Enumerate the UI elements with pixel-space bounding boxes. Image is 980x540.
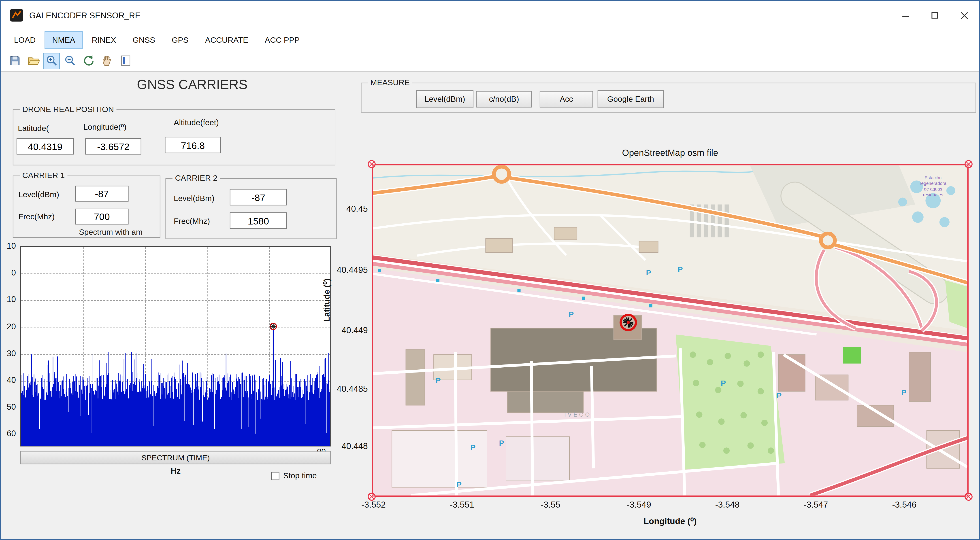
- latitude-label: Latitude(: [18, 124, 49, 133]
- map-xtick: -3.552: [351, 500, 396, 510]
- parking-icon: P: [436, 376, 441, 384]
- spectrum-plot[interactable]: [21, 246, 331, 446]
- spectrum-ytick: 10: [2, 294, 16, 304]
- pan-hand-icon[interactable]: [99, 52, 115, 69]
- spectrum-ytick: 30: [2, 349, 16, 358]
- menu-gps[interactable]: GPS: [164, 31, 196, 49]
- roundabout: [821, 233, 835, 247]
- zoom-out-icon[interactable]: [62, 52, 78, 69]
- menu-nmea[interactable]: NMEA: [45, 31, 83, 49]
- carrier2-panel-title: CARRIER 2: [172, 173, 220, 183]
- open-folder-icon[interactable]: [25, 52, 41, 69]
- parking-icon: P: [457, 480, 462, 489]
- altitude-field[interactable]: 716.8: [165, 137, 221, 153]
- minimize-button[interactable]: [891, 2, 920, 29]
- rotate-3d-icon[interactable]: [80, 52, 97, 69]
- map-corner-handle[interactable]: [963, 492, 974, 502]
- menu-gnss[interactable]: GNSS: [125, 31, 163, 49]
- parking-icon: P: [646, 268, 651, 277]
- measure-level-button[interactable]: Level(dBm): [416, 91, 473, 108]
- map-xlabel: Longitude (⁰): [600, 516, 740, 526]
- map-ytick: 40.4495: [326, 265, 368, 275]
- carrier1-level-label: Level(dBm): [18, 190, 59, 199]
- osm-map[interactable]: Estación regeneradora de aguas residuale…: [372, 164, 969, 497]
- stop-time-checkbox[interactable]: [271, 472, 280, 480]
- parking-icon: P: [902, 388, 907, 397]
- measure-panel: MEASURE Level(dBm) c/no(dB) Acc Google E…: [361, 83, 976, 113]
- map-corner-handle[interactable]: [963, 159, 974, 169]
- save-icon[interactable]: [6, 52, 23, 69]
- carrier2-level-label: Level(dBm): [173, 194, 214, 203]
- parking-icon: P: [499, 439, 504, 447]
- altitude-label: Altitude(feet): [173, 118, 219, 127]
- stop-time-label: Stop time: [283, 471, 317, 480]
- latitude-field[interactable]: 40.4319: [17, 138, 74, 154]
- menu-bar: LOAD NMEA RINEX GNSS GPS ACCURATE ACC PP…: [2, 29, 979, 50]
- menu-acc-ppp[interactable]: ACC PPP: [257, 31, 307, 49]
- map-xtick: -3.546: [882, 500, 926, 510]
- map-xtick: -3.549: [617, 500, 661, 510]
- drone-position-panel-title: DRONE REAL POSITION: [20, 105, 116, 114]
- spectrum-ytick: 50: [2, 402, 16, 411]
- parking-icon: P: [678, 265, 683, 274]
- svg-text:regeneradora: regeneradora: [920, 181, 947, 186]
- map-corner-handle[interactable]: [366, 159, 377, 169]
- maximize-icon: [931, 11, 939, 19]
- page-title: GNSS CARRIERS: [78, 77, 307, 92]
- carrier2-freq-label: Frec(Mhz): [173, 217, 210, 226]
- svg-text:residuales: residuales: [923, 192, 943, 197]
- carrier1-freq-field[interactable]: 700: [75, 209, 129, 224]
- longitude-field[interactable]: -3.6572: [85, 138, 141, 154]
- close-icon: [960, 11, 968, 19]
- carrier1-level-field[interactable]: -87: [75, 186, 129, 202]
- parking-icon: P: [721, 379, 726, 387]
- spectrum-ytick: 40: [2, 375, 16, 385]
- measure-cno-button[interactable]: c/no(dB): [476, 91, 532, 108]
- window-title: GALENCODER SENSOR_RF: [29, 11, 140, 20]
- drone-position-marker: [620, 315, 636, 330]
- spectrum-y-axis: 10 0 10 20 30 40 50 60: [2, 246, 18, 446]
- stop-time-control: Stop time: [271, 471, 317, 480]
- measure-google-earth-button[interactable]: Google Earth: [598, 91, 664, 108]
- carrier2-panel: CARRIER 2 Level(dBm) -87 Frec(Mhz) 1580: [165, 178, 337, 239]
- map-xtick: -3.551: [440, 500, 484, 510]
- spectrum-time-button[interactable]: SPECTRUM (TIME): [21, 451, 331, 464]
- menu-accurate[interactable]: ACCURATE: [197, 31, 256, 49]
- close-button[interactable]: [950, 2, 979, 29]
- map-ytick: 40.45: [326, 204, 368, 214]
- minimize-icon: [902, 11, 909, 19]
- spectrum-ytick: 10: [2, 241, 16, 251]
- roundabout: [494, 167, 509, 182]
- content-area: GNSS CARRIERS MEASURE Level(dBm) c/no(dB…: [2, 72, 979, 538]
- spectrum-ytick: 0: [2, 268, 16, 277]
- map-ytick: 40.448: [326, 442, 368, 451]
- zoom-in-icon[interactable]: [43, 52, 60, 69]
- parking-icon: P: [471, 443, 476, 451]
- map-xtick: -3.548: [705, 500, 749, 510]
- map-ytick: 40.4485: [326, 384, 368, 394]
- svg-text:Estación: Estación: [924, 175, 942, 180]
- drone-position-panel: DRONE REAL POSITION Latitude( 40.4319 Lo…: [13, 110, 336, 165]
- svg-text:de aguas: de aguas: [924, 186, 942, 191]
- parking-icon: P: [569, 310, 574, 318]
- map-title: OpenStreetMap osm file: [574, 148, 765, 158]
- carrier2-level-field[interactable]: -87: [230, 189, 287, 205]
- carrier1-freq-label: Frec(Mhz): [18, 213, 55, 221]
- spectrum-ytick: 60: [2, 429, 16, 438]
- spectrum-title: Spectrum with am: [79, 228, 143, 237]
- toolbar: [2, 50, 979, 72]
- colorbar-icon[interactable]: [117, 52, 134, 69]
- measure-acc-button[interactable]: Acc: [540, 91, 593, 108]
- spectrum-trace: [21, 247, 330, 446]
- measure-panel-title: MEASURE: [368, 78, 412, 87]
- menu-load[interactable]: LOAD: [6, 31, 43, 49]
- matlab-app-icon: [10, 9, 23, 22]
- titlebar: GALENCODER SENSOR_RF: [2, 2, 979, 29]
- spectrum-ytick: 20: [2, 322, 16, 331]
- menu-rinex[interactable]: RINEX: [84, 31, 124, 49]
- carrier2-freq-field[interactable]: 1580: [230, 213, 287, 229]
- map-ytick: 40.449: [326, 326, 368, 335]
- maximize-button[interactable]: [920, 2, 950, 29]
- longitude-label: Longitude(º): [83, 123, 127, 132]
- window-controls: [891, 2, 978, 29]
